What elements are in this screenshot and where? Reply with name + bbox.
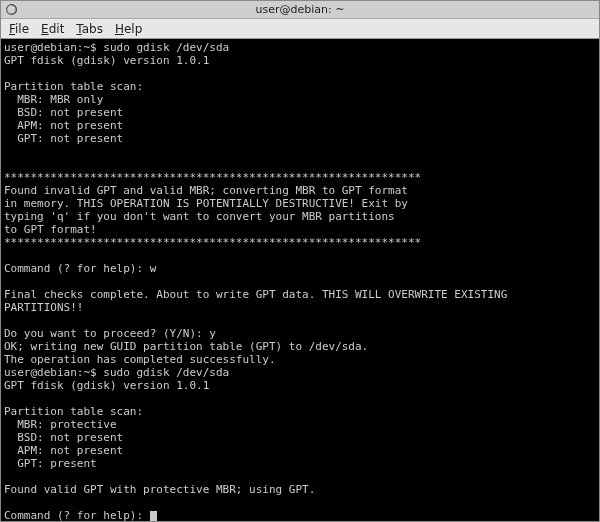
terminal-line: Partition table scan: [4,405,143,418]
terminal-line: Partition table scan: [4,80,143,93]
terminal-line: Final checks complete. About to write GP… [4,288,507,301]
menu-help[interactable]: Help [109,20,148,38]
terminal-line: BSD: not present [4,431,123,444]
terminal-line: PARTITIONS!! [4,301,83,314]
terminal-line: APM: not present [4,444,123,457]
terminal-line: user@debian:~$ sudo gdisk /dev/sda [4,366,229,379]
terminal-line: GPT fdisk (gdisk) version 1.0.1 [4,379,209,392]
menu-file[interactable]: File [3,20,35,38]
terminal-line: OK; writing new GUID partition table (GP… [4,340,368,353]
terminal-prompt: Command (? for help): [4,509,150,521]
terminal-line: Command (? for help): w [4,262,156,275]
terminal-line: APM: not present [4,119,123,132]
terminal-line: Found invalid GPT and valid MBR; convert… [4,184,408,197]
terminal-line: typing 'q' if you don't want to convert … [4,210,395,223]
menu-edit[interactable]: Edit [35,20,70,38]
window-title: user@debian: ~ [256,3,345,16]
terminal-icon [5,3,18,16]
terminal-line: MBR: MBR only [4,93,103,106]
menubar: File Edit Tabs Help [1,19,599,39]
terminal-window: user@debian: ~ File Edit Tabs Help user@… [0,0,600,522]
terminal-cursor [150,511,157,521]
terminal-line: Do you want to proceed? (Y/N): y [4,327,216,340]
window-titlebar: user@debian: ~ [1,1,599,19]
terminal-line: GPT: not present [4,132,123,145]
terminal-line: in memory. THIS OPERATION IS POTENTIALLY… [4,197,408,210]
terminal-line: The operation has completed successfully… [4,353,276,366]
terminal-line: GPT fdisk (gdisk) version 1.0.1 [4,54,209,67]
terminal-line: user@debian:~$ sudo gdisk /dev/sda [4,41,229,54]
terminal-line: ****************************************… [4,171,421,184]
terminal-line: ****************************************… [4,236,421,249]
terminal-viewport[interactable]: user@debian:~$ sudo gdisk /dev/sda GPT f… [1,39,599,521]
terminal-line: MBR: protective [4,418,117,431]
terminal-line: to GPT format! [4,223,97,236]
terminal-line: GPT: present [4,457,97,470]
terminal-line: BSD: not present [4,106,123,119]
terminal-line: Found valid GPT with protective MBR; usi… [4,483,315,496]
menu-tabs[interactable]: Tabs [70,20,109,38]
